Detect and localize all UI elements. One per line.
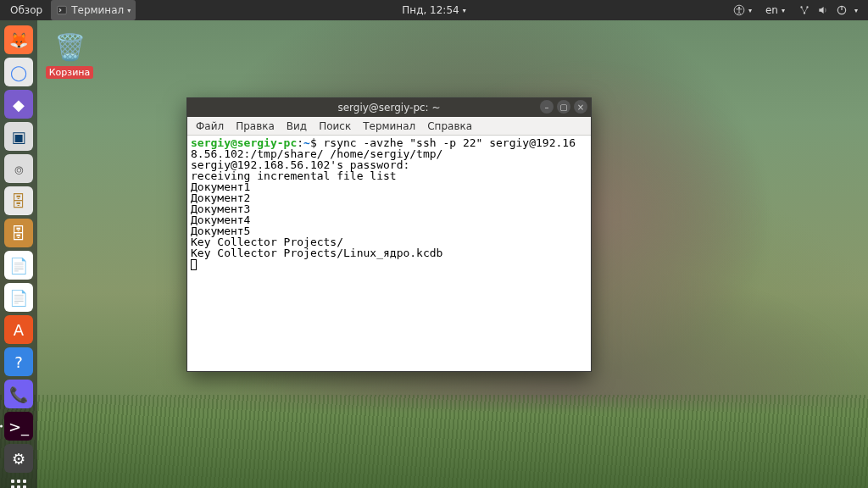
dock: 🦊◯◆▣⌾🗄🗄📄📄A?📞>_⚙ (0, 20, 37, 488)
svg-point-2 (738, 7, 740, 8)
system-menu[interactable]: ▾ (793, 0, 863, 20)
terminal-title: sergiy@sergiy-pc: ~ (337, 102, 440, 114)
network-icon (798, 4, 810, 16)
terminal-output-line: receiving incremental file list (191, 170, 587, 181)
accessibility-menu[interactable]: ▾ (728, 0, 757, 20)
window-maximize-button[interactable]: ▢ (557, 100, 570, 114)
terminal-menu-файл[interactable]: Файл (191, 119, 229, 134)
terminal-cursor (191, 259, 197, 270)
dock-writer[interactable]: 📄 (4, 251, 33, 280)
volume-icon (817, 4, 829, 16)
clock[interactable]: Пнд, 12:54 ▾ (397, 0, 470, 20)
accessibility-icon (733, 4, 745, 16)
dock-archive[interactable]: 🗄 (4, 219, 33, 247)
top-bar: Обзор Терминал ▾ Пнд, 12:54 ▾ ▾ en ▾ ▾ (0, 0, 868, 20)
dock-impress[interactable]: 📄 (4, 283, 33, 312)
terminal-icon (56, 4, 68, 16)
desktop-trash-label: Корзина (46, 66, 93, 79)
chevron-down-icon: ▾ (127, 7, 131, 14)
chevron-down-icon: ▾ (463, 7, 466, 14)
terminal-menu-правка[interactable]: Правка (231, 119, 280, 134)
svg-rect-0 (58, 6, 67, 14)
dock-viber[interactable]: 📞 (4, 380, 33, 408)
terminal-output-line: Документ2 (191, 192, 587, 203)
window-minimize-button[interactable]: – (540, 100, 554, 114)
terminal-output-line: Документ4 (191, 214, 587, 225)
terminal-output-line: Документ3 (191, 203, 587, 214)
terminal-output-line: Документ1 (191, 181, 587, 192)
keyboard-layout[interactable]: en ▾ (760, 0, 790, 20)
desktop-trash[interactable]: 🗑️ Корзина (44, 29, 95, 79)
terminal-menu-справка[interactable]: Справка (422, 119, 477, 134)
window-close-button[interactable]: × (574, 100, 587, 114)
dock-help[interactable]: ? (4, 347, 33, 376)
app-menu-label: Терминал (71, 4, 124, 16)
terminal-menubar: ФайлПравкаВидПоискТерминалСправка (187, 117, 591, 136)
dock-files[interactable]: 🗄 (4, 186, 33, 215)
dock-settings[interactable]: ⚙ (4, 444, 33, 473)
chevron-down-icon: ▾ (854, 7, 858, 14)
terminal-titlebar[interactable]: sergiy@sergiy-pc: ~ – ▢ × (187, 98, 591, 117)
terminal-menu-поиск[interactable]: Поиск (314, 119, 356, 134)
clock-label: Пнд, 12:54 (402, 4, 459, 16)
activities-button[interactable]: Обзор (5, 0, 47, 20)
terminal-body[interactable]: sergiy@sergiy-pc:~$ rsync -avzhe "ssh -p… (187, 136, 591, 371)
dock-firefox[interactable]: 🦊 (4, 25, 33, 54)
terminal-window: sergiy@sergiy-pc: ~ – ▢ × ФайлПравкаВидП… (186, 97, 592, 372)
app-menu[interactable]: Терминал ▾ (51, 0, 136, 20)
dock-chromium[interactable]: ◯ (4, 58, 33, 86)
terminal-menu-вид[interactable]: Вид (281, 119, 312, 134)
terminal-output-line: Key Collector Projects/Linux_ядро.kcdb (191, 247, 587, 258)
show-applications-button[interactable] (4, 480, 33, 488)
wallpaper-grass (0, 395, 868, 488)
chevron-down-icon: ▾ (748, 7, 752, 14)
activities-label: Обзор (10, 4, 42, 16)
dock-disks[interactable]: ⌾ (4, 154, 33, 183)
terminal-menu-терминал[interactable]: Терминал (358, 119, 420, 134)
dock-terminal[interactable]: >_ (4, 412, 33, 441)
dock-virtualbox[interactable]: ▣ (4, 122, 33, 151)
chevron-down-icon: ▾ (782, 7, 785, 14)
trash-icon: 🗑️ (52, 29, 87, 64)
dock-software[interactable]: A (4, 315, 33, 344)
power-icon (836, 4, 848, 16)
keyboard-layout-label: en (765, 4, 778, 16)
dock-gnome-app[interactable]: ◆ (4, 90, 33, 119)
